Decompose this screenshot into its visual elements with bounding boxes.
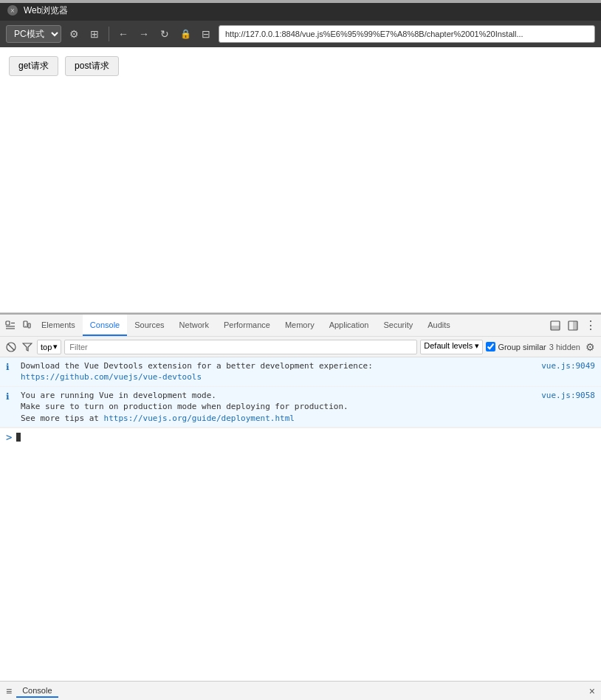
post-request-button[interactable]: post请求	[65, 56, 119, 76]
resize-handle[interactable]	[0, 0, 601, 3]
svg-rect-0	[6, 321, 10, 325]
clear-console-icon[interactable]	[4, 340, 18, 354]
devtools-tabbar: Elements Console Sources Network Perform…	[0, 315, 601, 337]
inspect-element-icon[interactable]	[3, 318, 18, 333]
scope-select[interactable]: top ▾	[37, 340, 61, 354]
tab-audits[interactable]: Audits	[420, 315, 458, 336]
devtools-link[interactable]: https://github.com/vuejs/vue-devtools	[21, 372, 202, 382]
tab-network[interactable]: Network	[172, 315, 216, 336]
lock-icon: 🔒	[177, 26, 193, 42]
browser-toolbar: PC模式 ⚙ ⊞ ← → ↻ 🔒 ⊟ http://127.0.0.1:8848…	[0, 21, 601, 47]
console-toolbar: top ▾ Default levels ▾ Group similar 3 h…	[0, 337, 601, 357]
console-message-1: ℹ Download the Vue Devtools extension fo…	[0, 357, 601, 387]
address-bar[interactable]: http://127.0.0.1:8848/vue.js%E6%95%99%E7…	[219, 25, 595, 43]
group-similar-label[interactable]: Group similar	[486, 342, 546, 351]
close-button[interactable]: ×	[7, 5, 18, 16]
svg-rect-10	[573, 321, 577, 330]
tab-performance[interactable]: Performance	[216, 315, 278, 336]
console-input-line[interactable]: >	[0, 428, 601, 446]
console-message-2: ℹ You are running Vue in development mod…	[0, 387, 601, 428]
undock-icon[interactable]	[566, 318, 580, 333]
bottom-menu-icon[interactable]: ≡	[6, 685, 12, 690]
filter-icon[interactable]	[21, 340, 34, 354]
svg-rect-5	[28, 323, 30, 328]
info-icon: ℹ	[6, 360, 16, 374]
tab-elements[interactable]: Elements	[34, 315, 83, 336]
dock-icon[interactable]	[548, 318, 563, 333]
filter-input[interactable]	[64, 340, 417, 354]
refresh-button[interactable]: ↻	[157, 26, 173, 42]
log-level-select[interactable]: Default levels ▾	[420, 340, 483, 354]
device-mode-icon[interactable]	[19, 318, 34, 333]
mode-select[interactable]: PC模式	[6, 25, 61, 43]
hidden-count: 3 hidden	[549, 343, 580, 351]
console-settings-icon[interactable]: ⚙	[583, 340, 597, 354]
deployment-link[interactable]: https://vuejs.org/guide/deployment.html	[104, 414, 295, 423]
tab-application[interactable]: Application	[322, 315, 377, 336]
get-request-button[interactable]: get请求	[9, 56, 58, 76]
display-icon[interactable]: ⊞	[86, 26, 103, 42]
info-icon-2: ℹ	[6, 390, 16, 403]
window-title: Web浏览器	[24, 4, 68, 17]
message-2-source[interactable]: vue.js:9058	[541, 390, 595, 401]
address-text: http://127.0.0.1:8848/vue.js%E6%95%99%E7…	[225, 30, 523, 38]
console-messages: ℹ Download the Vue Devtools extension fo…	[0, 357, 601, 690]
tab-console[interactable]: Console	[83, 315, 127, 336]
console-prompt: >	[6, 431, 12, 443]
tab-security[interactable]: Security	[376, 315, 420, 336]
svg-line-12	[8, 344, 14, 350]
title-bar: × Web浏览器	[0, 0, 601, 21]
devtools-resize-controls	[548, 318, 580, 333]
message-2-content: You are running Vue in development mode.…	[21, 390, 537, 424]
devtools-more-icon[interactable]: ⋮	[583, 318, 598, 333]
forward-button[interactable]: →	[136, 26, 152, 42]
message-1-source[interactable]: vue.js:9049	[541, 360, 595, 371]
toolbar-divider	[109, 27, 109, 41]
layout-icon[interactable]: ⊟	[198, 26, 214, 42]
devtools-tabs: Elements Console Sources Network Perform…	[34, 315, 548, 336]
back-button[interactable]: ←	[115, 26, 131, 42]
browser-content: get请求 post请求	[0, 47, 601, 313]
devtools-top-icons	[3, 318, 34, 333]
message-1-content: Download the Vue Devtools extension for …	[21, 360, 537, 383]
bottom-close-icon[interactable]: ×	[589, 685, 595, 690]
tab-sources[interactable]: Sources	[127, 315, 171, 336]
group-similar-checkbox[interactable]	[486, 342, 495, 351]
bottom-bar: ≡ Console ×	[0, 681, 601, 690]
console-cursor	[16, 433, 21, 442]
tab-memory[interactable]: Memory	[278, 315, 322, 336]
svg-rect-8	[551, 326, 560, 330]
settings-icon[interactable]: ⚙	[66, 26, 82, 42]
devtools-panel: Elements Console Sources Network Perform…	[0, 313, 601, 690]
bottom-console-tab[interactable]: Console	[16, 684, 58, 690]
